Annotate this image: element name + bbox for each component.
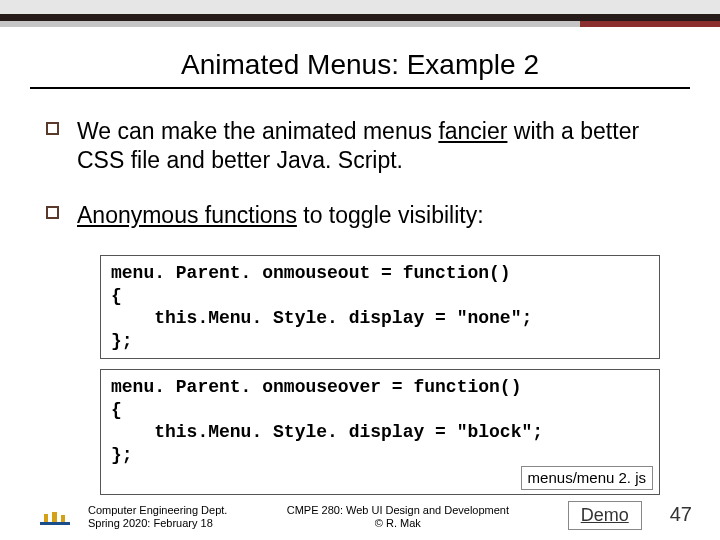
code-block-2: menu. Parent. onmouseover = function() {…	[100, 369, 660, 495]
content-area: We can make the animated menus fancier w…	[0, 89, 720, 229]
course-line-2: © R. Mak	[248, 517, 548, 530]
footer: Computer Engineering Dept. Spring 2020: …	[0, 501, 720, 530]
code-text: menu. Parent. onmouseout = function() { …	[111, 262, 649, 352]
top-stripe-1	[0, 0, 720, 14]
bullet-underlined: fancier	[438, 118, 507, 144]
filename-label: menus/menu 2. js	[521, 466, 653, 491]
dept-line-1: Computer Engineering Dept.	[88, 504, 248, 517]
sjsu-logo	[40, 512, 70, 530]
bullet-post: to toggle visibility:	[297, 202, 484, 228]
bullet-underlined: Anonymous functions	[77, 202, 297, 228]
course-line-1: CMPE 280: Web UI Design and Development	[248, 504, 548, 517]
bullet-item: Anonymous functions to toggle visibility…	[46, 201, 670, 230]
top-stripe-accent	[580, 21, 720, 27]
top-stripe-3	[0, 21, 720, 27]
svg-rect-1	[44, 514, 48, 522]
course-info: CMPE 280: Web UI Design and Development …	[248, 504, 548, 530]
bullet-text: Anonymous functions to toggle visibility…	[77, 201, 484, 230]
code-block-1: menu. Parent. onmouseout = function() { …	[100, 255, 660, 359]
dept-line-2: Spring 2020: February 18	[88, 517, 248, 530]
bullet-text: We can make the animated menus fancier w…	[77, 117, 670, 175]
bullet-icon	[46, 122, 59, 135]
code-text: menu. Parent. onmouseover = function() {…	[111, 376, 649, 466]
dept-info: Computer Engineering Dept. Spring 2020: …	[88, 504, 248, 530]
bullet-icon	[46, 206, 59, 219]
svg-rect-3	[61, 515, 65, 522]
top-stripe-2	[0, 14, 720, 21]
svg-rect-0	[40, 522, 70, 525]
svg-rect-2	[52, 512, 57, 522]
slide-title: Animated Menus: Example 2	[0, 49, 720, 81]
page-number: 47	[670, 503, 692, 530]
demo-button[interactable]: Demo	[568, 501, 642, 530]
bullet-item: We can make the animated menus fancier w…	[46, 117, 670, 175]
bullet-pre: We can make the animated menus	[77, 118, 438, 144]
